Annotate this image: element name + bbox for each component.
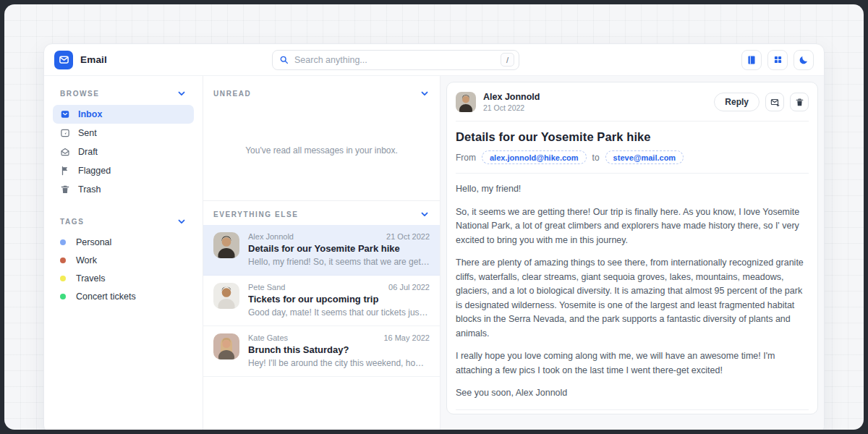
sidebar-item-flagged[interactable]: Flagged bbox=[53, 161, 194, 180]
from-email-pill[interactable]: alex.jonnold@hike.com bbox=[482, 150, 587, 164]
mail-date: 16 May 2022 bbox=[383, 333, 430, 342]
app-title: Email bbox=[80, 54, 107, 65]
contacts-book-icon bbox=[746, 55, 757, 65]
envelope-icon bbox=[59, 54, 69, 65]
dark-mode-toggle-button[interactable] bbox=[793, 50, 814, 70]
trash-icon bbox=[60, 184, 70, 195]
detail-pane: Alex Jonnold 21 Oct 2022 Reply bbox=[441, 76, 824, 430]
email-body-paragraph: Hello, my friend! bbox=[456, 182, 809, 197]
sidebar-item-trash[interactable]: Trash bbox=[53, 180, 194, 199]
contacts-book-button[interactable] bbox=[741, 50, 762, 70]
tags-section-title: TAGS bbox=[60, 218, 84, 226]
sidebar-item-inbox[interactable]: Inbox bbox=[53, 105, 194, 124]
reply-button[interactable]: Reply bbox=[714, 93, 760, 111]
to-label: to bbox=[592, 153, 600, 163]
tag-color-dot bbox=[60, 276, 66, 281]
mail-subject: Brunch this Saturday? bbox=[248, 344, 430, 355]
search-shortcut-badge: / bbox=[501, 53, 514, 67]
email-body-paragraph: There are plenty of amazing things to se… bbox=[456, 256, 809, 341]
search-input[interactable] bbox=[294, 55, 501, 65]
unread-collapse-chevron-down-icon[interactable] bbox=[420, 88, 430, 98]
to-email-pill[interactable]: steve@mail.com bbox=[605, 150, 684, 164]
app-logo bbox=[54, 51, 73, 69]
tag-color-dot bbox=[60, 258, 66, 263]
tag-item-travels[interactable]: Travels bbox=[53, 269, 194, 287]
email-body-paragraph: I really hope you love coming along with… bbox=[456, 349, 809, 378]
detail-subject: Details for our Yosemite Park hike bbox=[456, 130, 809, 144]
sidebar: BROWSE Inbox Sent bbox=[44, 76, 203, 430]
forward-mail-icon bbox=[770, 98, 780, 107]
sidebar-item-label: Sent bbox=[78, 128, 97, 138]
sidebar-item-label: Draft bbox=[78, 147, 98, 157]
detail-sender-name: Alex Jonnold bbox=[483, 92, 540, 102]
sidebar-item-label: Inbox bbox=[78, 109, 102, 119]
flag-icon bbox=[60, 166, 70, 176]
sidebar-item-sent[interactable]: Sent bbox=[53, 124, 194, 142]
message-list: UNREAD You've read all messages in your … bbox=[203, 76, 441, 430]
mail-list-item-brunch[interactable]: Kate Gates 16 May 2022 Brunch this Satur… bbox=[203, 326, 440, 377]
mail-date: 21 Oct 2022 bbox=[386, 232, 430, 241]
everything-else-section-title: EVERYTHING ELSE bbox=[213, 210, 299, 218]
mail-sender: Kate Gates bbox=[248, 333, 288, 342]
mail-sender: Pete Sand bbox=[248, 283, 285, 292]
tags-collapse-chevron-down-icon[interactable] bbox=[176, 216, 187, 226]
mail-sender: Alex Jonnold bbox=[248, 232, 294, 241]
avatar bbox=[456, 92, 476, 112]
email-app-window: Email / bbox=[43, 43, 825, 430]
detail-date: 21 Oct 2022 bbox=[483, 103, 540, 112]
avatar bbox=[213, 283, 239, 309]
tag-color-dot bbox=[60, 294, 66, 299]
tag-label: Work bbox=[76, 255, 97, 265]
search-icon bbox=[279, 55, 289, 64]
sidebar-item-label: Flagged bbox=[78, 166, 111, 176]
avatar bbox=[213, 333, 239, 359]
forward-mail-button[interactable] bbox=[765, 93, 784, 111]
mail-preview: Hey! I'll be around the city this weeken… bbox=[248, 358, 430, 368]
draft-icon bbox=[60, 147, 70, 157]
tag-item-personal[interactable]: Personal bbox=[53, 233, 194, 251]
unread-empty-message: You've read all messages in your inbox. bbox=[203, 145, 440, 156]
sidebar-item-label: Trash bbox=[78, 184, 101, 195]
app-header: Email / bbox=[44, 44, 824, 76]
divider bbox=[456, 173, 809, 174]
from-label: From bbox=[456, 153, 476, 163]
mail-list-item-yosemite[interactable]: Alex Jonnold 21 Oct 2022 Details for our… bbox=[203, 225, 440, 276]
mail-list-item-tickets[interactable]: Pete Sand 06 Jul 2022 Tickets for our up… bbox=[203, 276, 440, 326]
apps-grid-icon bbox=[773, 55, 783, 64]
email-body-paragraph: See you soon, Alex Jonnold bbox=[456, 386, 809, 401]
header-actions bbox=[741, 50, 814, 70]
sent-icon bbox=[60, 128, 70, 138]
mail-preview: Good day, mate! It seems that our ticket… bbox=[248, 307, 430, 318]
divider bbox=[456, 121, 809, 122]
sidebar-item-draft[interactable]: Draft bbox=[53, 142, 194, 161]
divider bbox=[456, 409, 809, 410]
email-detail-card: Alex Jonnold 21 Oct 2022 Reply bbox=[446, 82, 818, 414]
everything-else-section: EVERYTHING ELSE Alex Jonnold bbox=[203, 201, 440, 377]
tag-label: Travels bbox=[76, 273, 106, 284]
everything-else-collapse-chevron-down-icon[interactable] bbox=[420, 209, 430, 219]
background-panel: Email / bbox=[4, 4, 864, 430]
browse-collapse-chevron-down-icon[interactable] bbox=[176, 88, 187, 98]
search-bar: / bbox=[272, 50, 519, 70]
email-body-paragraph: So, it seems we are getting there! Our t… bbox=[456, 205, 809, 248]
tag-item-concert-tickets[interactable]: Concert tickets bbox=[53, 287, 194, 305]
apps-grid-button[interactable] bbox=[767, 50, 788, 70]
tag-label: Personal bbox=[76, 237, 111, 247]
tag-label: Concert tickets bbox=[76, 292, 136, 302]
browse-section-title: BROWSE bbox=[60, 90, 100, 98]
unread-section: UNREAD You've read all messages in your … bbox=[203, 76, 440, 201]
unread-section-title: UNREAD bbox=[213, 90, 251, 98]
mail-subject: Tickets for our upcoming trip bbox=[248, 294, 430, 305]
mail-subject: Details for our Yosemite Park hike bbox=[248, 243, 430, 254]
dark-mode-moon-icon bbox=[799, 55, 809, 65]
mail-date: 06 Jul 2022 bbox=[388, 283, 430, 292]
tag-color-dot bbox=[60, 239, 66, 245]
delete-mail-icon bbox=[795, 98, 804, 107]
tag-item-work[interactable]: Work bbox=[53, 251, 194, 269]
avatar bbox=[213, 232, 239, 258]
delete-mail-button[interactable] bbox=[790, 93, 809, 111]
inbox-icon bbox=[60, 109, 70, 119]
mail-preview: Hello, my friend! So, it seems that we a… bbox=[248, 257, 430, 267]
